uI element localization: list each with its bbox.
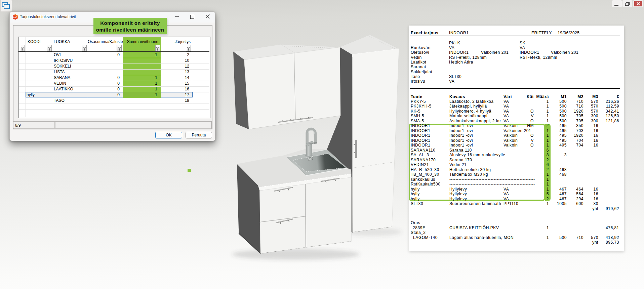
svg-text:InD: InD (13, 16, 17, 19)
